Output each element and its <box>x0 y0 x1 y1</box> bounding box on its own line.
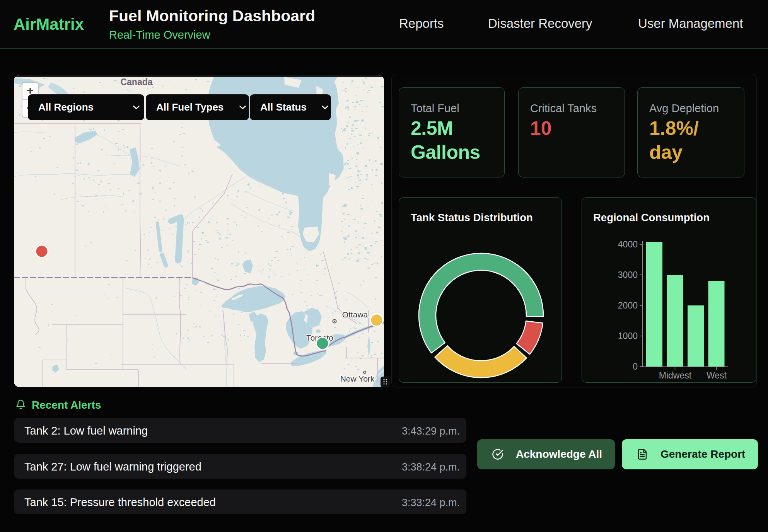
svg-text:3000: 3000 <box>618 270 638 280</box>
svg-text:1000: 1000 <box>618 331 638 341</box>
svg-text:Canada: Canada <box>120 77 152 87</box>
svg-text:Ottawa: Ottawa <box>342 310 368 319</box>
svg-text:2000: 2000 <box>618 300 638 310</box>
svg-text:4000: 4000 <box>618 239 638 249</box>
svg-text:New York: New York <box>340 374 375 383</box>
svg-text:Midwest: Midwest <box>659 370 692 380</box>
svg-text:0: 0 <box>633 361 638 372</box>
svg-text:West: West <box>707 370 727 380</box>
